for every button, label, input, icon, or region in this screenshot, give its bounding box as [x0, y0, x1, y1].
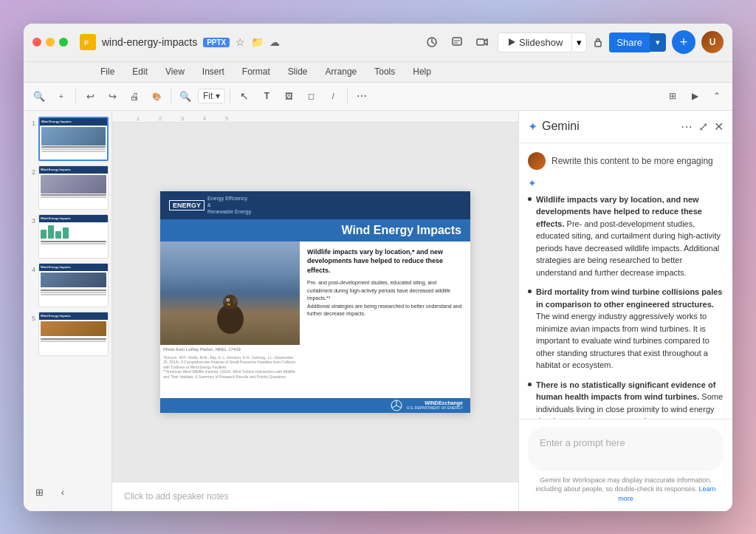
history-button[interactable]: [422, 32, 441, 52]
bullet-text-3: There is no statistically significant ev…: [536, 379, 724, 419]
minimize-button[interactable]: [46, 38, 55, 47]
gemini-user-message: Rewrite this content to be more engaging: [528, 152, 724, 170]
gemini-bullet-2: Bird mortality from wind turbine collisi…: [528, 286, 724, 372]
text-button[interactable]: T: [257, 86, 276, 106]
present-button[interactable]: ⊞: [663, 86, 682, 106]
grid-view-button[interactable]: ⊞: [30, 483, 49, 502]
more-button[interactable]: ⋯: [352, 86, 371, 106]
gemini-more-icon[interactable]: ⋯: [681, 120, 693, 134]
gemini-header: ✦ Gemini ⋯ ⤢ ✕: [519, 111, 732, 143]
menu-edit[interactable]: Edit: [129, 65, 151, 78]
video-button[interactable]: [472, 32, 492, 52]
zoom-out-button[interactable]: 🔍: [30, 86, 49, 106]
folder-icon[interactable]: 📁: [251, 36, 264, 48]
bullet-text-2: Bird mortality from wind turbine collisi…: [536, 286, 724, 372]
collapse-panel-button[interactable]: ‹: [53, 483, 72, 502]
menu-view[interactable]: View: [162, 65, 188, 78]
menu-insert[interactable]: Insert: [199, 65, 227, 78]
slideshow-button[interactable]: Slideshow: [498, 32, 572, 52]
pointer-button[interactable]: ▶: [685, 86, 704, 106]
slideshow-label: Slideshow: [519, 37, 563, 48]
menu-tools[interactable]: Tools: [371, 65, 398, 78]
slide-thumbnail-1[interactable]: Wind Energy Impacts: [38, 117, 109, 161]
svg-marker-7: [509, 38, 515, 46]
close-button[interactable]: [32, 38, 41, 47]
slide-item-3[interactable]: 3 Wind Energy Impacts: [27, 214, 109, 259]
paint-format-button[interactable]: 🎨: [147, 86, 166, 106]
toolbar-divider-2: [171, 89, 171, 103]
share-dropdown[interactable]: ▾: [650, 33, 666, 52]
slide-footer: WINDExchange U.S. DEPARTMENT OF ENERGY: [160, 398, 470, 413]
toolbar-divider-1: [75, 89, 76, 103]
slide-thumbnail-4[interactable]: Wind Energy Impacts: [38, 263, 109, 307]
zoom-level[interactable]: Fit ▾: [198, 89, 225, 103]
svg-text:P: P: [84, 39, 89, 47]
canvas-wrapper: ENERGY Energy Efficiency &Renewable Ener…: [112, 123, 518, 482]
wind-exchange-text: WINDExchange U.S. DEPARTMENT OF ENERGY: [407, 400, 463, 410]
footer-sub-text: U.S. DEPARTMENT OF ENERGY: [407, 405, 463, 410]
gemini-close-icon[interactable]: ✕: [714, 120, 724, 134]
speaker-notes[interactable]: Click to add speaker notes: [112, 482, 518, 511]
slide-thumbnail-5[interactable]: Wind Energy Impacts: [38, 312, 109, 356]
slide-num-1: 1: [27, 120, 35, 127]
redo-button[interactable]: ↪: [103, 86, 122, 106]
slide-num-3: 3: [27, 217, 35, 225]
zoom-label: Fit: [203, 91, 213, 101]
gemini-user-avatar: [528, 152, 546, 170]
shape-button[interactable]: ◻: [301, 86, 320, 106]
gemini-title: Gemini: [542, 120, 676, 133]
slide-body-text: Pre- and post-development studies, educa…: [307, 279, 463, 318]
select-button[interactable]: ↖: [235, 86, 254, 106]
slide-item-1[interactable]: 1 Wind Energy Impacts: [27, 117, 109, 161]
panel-bottom-icons: ⊞ ‹: [27, 480, 109, 505]
slideshow-button-group: Slideshow ▾: [498, 32, 587, 52]
bullet-bold-2: Bird mortality from wind turbine collisi…: [536, 287, 722, 309]
star-icon[interactable]: ☆: [236, 36, 245, 48]
wind-exchange-icon: [389, 400, 404, 411]
gemini-response-header: ✦: [528, 177, 724, 189]
gemini-bullet-3: There is no statistically significant ev…: [528, 379, 724, 419]
slide-footnote: *Ericson, W.P.; Wolfe, M.M.; Bay, K.J.; …: [160, 354, 300, 381]
share-button[interactable]: Share: [609, 32, 650, 52]
bird-svg: [208, 286, 252, 338]
zoom-in-button[interactable]: +: [52, 86, 71, 106]
menu-help[interactable]: Help: [410, 65, 434, 78]
expand-button[interactable]: ⌃: [707, 86, 726, 106]
menu-format[interactable]: Format: [239, 65, 273, 78]
slide-thumbnail-2[interactable]: Wind Energy Impacts: [38, 165, 109, 210]
svg-point-12: [233, 298, 237, 304]
zoom-button[interactable]: 🔍: [176, 86, 195, 106]
slide-bird-image: [160, 242, 300, 345]
ruler-mark-5: 5: [216, 115, 238, 122]
file-type-badge: PPTX: [203, 38, 230, 47]
gemini-input-box[interactable]: Enter a prompt here: [528, 427, 724, 471]
slide-thumbnail-3[interactable]: Wind Energy Impacts: [38, 214, 109, 259]
print-button[interactable]: 🖨: [125, 86, 144, 106]
menu-arrange[interactable]: Arrange: [323, 65, 360, 78]
cloud-icon[interactable]: ☁: [269, 36, 280, 48]
gemini-expand-icon[interactable]: ⤢: [698, 120, 708, 134]
image-button[interactable]: 🖼: [279, 86, 298, 106]
lock-icon: [593, 37, 603, 47]
slide-item-4[interactable]: 4 Wind Energy Impacts: [27, 263, 109, 307]
slideshow-dropdown[interactable]: ▾: [572, 32, 587, 52]
slide-num-2: 2: [27, 168, 35, 176]
slide-num-4: 4: [27, 266, 35, 273]
comments-button[interactable]: [447, 32, 467, 52]
slide-canvas[interactable]: ENERGY Energy Efficiency &Renewable Ener…: [160, 191, 470, 413]
ruler-marks: 1 2 3 4 5: [124, 111, 238, 122]
menu-slide[interactable]: Slide: [285, 65, 311, 78]
canvas-area: 1 2 3 4 5 ENERGY Energy Efficiency &Rene…: [112, 111, 518, 511]
add-button[interactable]: +: [672, 30, 695, 54]
bullet-dot-1: [528, 197, 532, 201]
svg-rect-3: [453, 38, 461, 45]
ruler-mark-2: 2: [149, 115, 171, 122]
svg-point-15: [227, 299, 229, 301]
user-avatar[interactable]: U: [701, 31, 724, 53]
line-button[interactable]: /: [323, 86, 343, 106]
slide-item-2[interactable]: 2 Wind Energy Impacts: [27, 165, 109, 210]
slide-item-5[interactable]: 5 Wind Energy Impacts: [27, 312, 109, 356]
maximize-button[interactable]: [59, 38, 68, 47]
undo-button[interactable]: ↩: [80, 86, 100, 106]
menu-file[interactable]: File: [97, 65, 117, 78]
